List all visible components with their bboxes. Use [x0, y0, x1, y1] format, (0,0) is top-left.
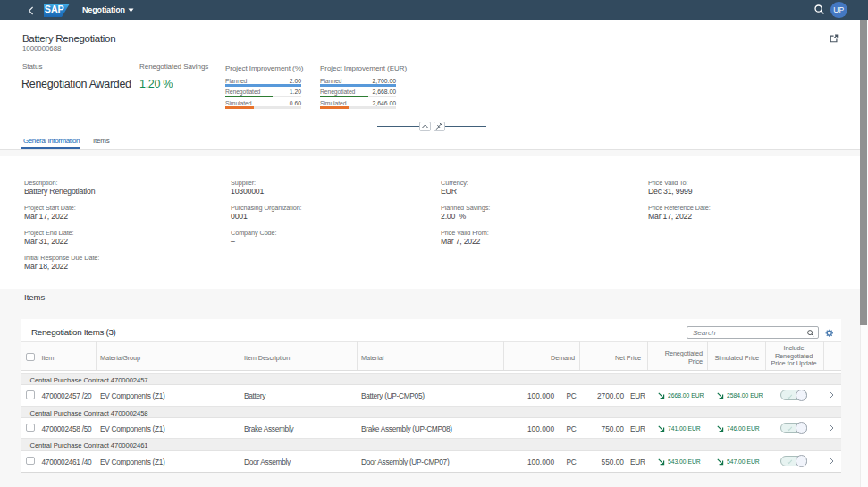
svg-text:SAP: SAP	[45, 4, 64, 14]
